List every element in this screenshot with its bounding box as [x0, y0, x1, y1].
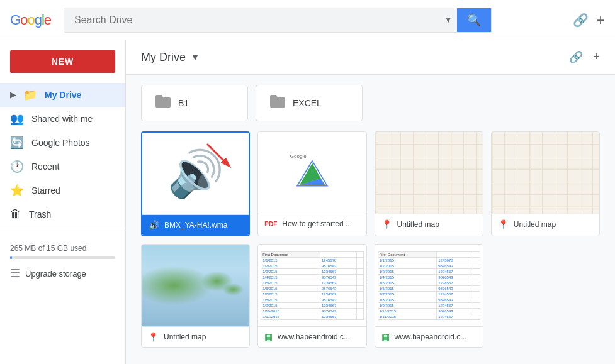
folder-b1-icon — [154, 93, 172, 113]
storage-text: 265 MB of 15 GB used — [10, 244, 115, 253]
storage-bar-fill — [10, 256, 12, 259]
pdf-type-icon: PDF — [264, 221, 277, 228]
map3-type-icon: 📍 — [148, 332, 159, 342]
list-view-icon[interactable]: 🔗 — [569, 50, 583, 64]
map1-preview — [375, 132, 483, 214]
sheet1-table: First Document 1/1/20151245678 1/2/20159… — [261, 251, 363, 320]
map2-label: 📍 Untitled map — [492, 214, 599, 234]
audio-filename: BMX_YA-HA!.wma — [164, 221, 227, 229]
sidebar-item-label: Trash — [29, 209, 51, 219]
map3-filename: Untitled map — [164, 333, 206, 341]
sidebar-item-starred[interactable]: ⭐ Starred — [0, 179, 125, 202]
search-input[interactable] — [64, 9, 439, 31]
search-dropdown-arrow[interactable]: ▼ — [439, 11, 457, 30]
folder-excel-icon — [269, 93, 286, 113]
map2-preview — [492, 132, 599, 214]
file-card-audio[interactable]: 🔊 🔊 BMX_YA-HA!. — [141, 131, 250, 236]
add-icon[interactable]: + — [596, 11, 605, 29]
sheet2-label: ▦ www.hapeandroid.c... — [375, 326, 483, 347]
drive-logo-svg: Google — [287, 148, 337, 198]
sidebar-divider — [0, 231, 125, 231]
files-grid: 🔊 🔊 BMX_YA-HA!. — [141, 131, 600, 348]
layout: NEW ▶ 📁 My Drive 👥 Shared with me 🔄 Goog… — [0, 40, 615, 364]
main-title: My Drive ▼ — [141, 51, 200, 64]
folder-b1[interactable]: B1 — [141, 85, 248, 121]
main-header-actions: 🔗 + — [569, 50, 600, 64]
google-logo: Google — [10, 12, 51, 28]
audio-type-icon: 🔊 — [149, 220, 159, 230]
file-card-map3[interactable]: 📍 Untitled map — [141, 244, 250, 348]
file-card-map1[interactable]: 📍 Untitled map — [375, 131, 483, 236]
link-icon[interactable]: 🔗 — [573, 13, 589, 28]
search-bar: ▼ 🔍 — [64, 8, 492, 33]
sheet1-label: ▦ www.hapeandroid.c... — [258, 326, 366, 347]
map1-label: 📍 Untitled map — [375, 214, 483, 234]
map2-type-icon: 📍 — [498, 219, 509, 229]
photos-icon: 🔄 — [10, 136, 24, 150]
map3-label: 📍 Untitled map — [142, 326, 249, 347]
sheet2-preview: First Document 1/1/20151245678 1/2/20159… — [375, 245, 483, 326]
search-button[interactable]: 🔍 — [457, 8, 491, 32]
main-header: My Drive ▼ 🔗 + — [126, 40, 615, 75]
main-content: My Drive ▼ 🔗 + B1 EXCEL — [126, 40, 615, 364]
sheet1-preview: First Document 1/1/20151245678 1/2/20159… — [258, 245, 366, 326]
folders-row: B1 EXCEL — [141, 85, 600, 121]
sheet1-filename: www.hapeandroid.c... — [278, 333, 350, 341]
sidebar-item-photos[interactable]: 🔄 Google Photos — [0, 131, 125, 155]
sidebar-item-label: My Drive — [45, 90, 81, 100]
settings-icon[interactable]: + — [593, 50, 600, 64]
file-card-sheet2[interactable]: First Document 1/1/20151245678 1/2/20159… — [375, 244, 483, 348]
upgrade-icon: ☰ — [10, 267, 20, 280]
upgrade-label: Upgrade storage — [25, 269, 86, 279]
header: Google ▼ 🔍 🔗 + — [0, 0, 615, 40]
upgrade-storage-button[interactable]: ☰ Upgrade storage — [10, 264, 115, 283]
file-card-sheet1[interactable]: First Document 1/1/20151245678 1/2/20159… — [257, 244, 366, 348]
pdf-preview: Google — [258, 132, 366, 214]
map2-filename: Untitled map — [514, 220, 556, 229]
folder-icon: 📁 — [23, 88, 37, 102]
sheet1-type-icon: ▦ — [264, 332, 273, 342]
folder-excel[interactable]: EXCEL — [256, 85, 363, 121]
page-title: My Drive — [141, 51, 186, 64]
file-card-map2[interactable]: 📍 Untitled map — [491, 131, 600, 236]
expand-arrow-icon: ▶ — [10, 91, 16, 99]
new-button[interactable]: NEW — [10, 50, 115, 73]
map3-preview — [142, 245, 249, 326]
sidebar-item-my-drive[interactable]: ▶ 📁 My Drive — [0, 83, 125, 107]
sidebar-item-label: Google Photos — [31, 138, 90, 148]
shared-icon: 👥 — [10, 112, 24, 126]
star-icon: ⭐ — [10, 184, 24, 197]
audio-preview: 🔊 — [142, 133, 249, 214]
folder-b1-label: B1 — [178, 98, 189, 108]
sidebar-item-recent[interactable]: 🕐 Recent — [0, 155, 125, 179]
audio-label: 🔊 BMX_YA-HA!.wma — [142, 214, 249, 235]
sidebar-item-label: Shared with me — [31, 114, 93, 124]
storage-section: 265 MB of 15 GB used ☰ Upgrade storage — [0, 236, 125, 290]
svg-text:Google: Google — [290, 153, 307, 159]
sheet2-type-icon: ▦ — [381, 332, 390, 342]
recent-icon: 🕐 — [10, 160, 24, 174]
storage-bar-background — [10, 256, 115, 259]
sidebar-item-shared[interactable]: 👥 Shared with me — [0, 107, 125, 131]
map1-filename: Untitled map — [397, 220, 439, 229]
svg-line-1 — [207, 144, 227, 164]
folder-excel-label: EXCEL — [293, 98, 322, 108]
sidebar-item-label: Recent — [31, 162, 59, 172]
sheet2-table: First Document 1/1/20151245678 1/2/20159… — [378, 251, 480, 320]
title-dropdown-icon[interactable]: ▼ — [191, 52, 200, 62]
pdf-label: PDF How to get started ... — [258, 214, 366, 233]
sheet2-filename: www.hapeandroid.c... — [395, 333, 467, 341]
red-arrow-indicator — [201, 138, 239, 175]
pdf-filename: How to get started ... — [282, 219, 352, 228]
content-area: B1 EXCEL 🔊 — [126, 75, 615, 358]
sidebar: NEW ▶ 📁 My Drive 👥 Shared with me 🔄 Goog… — [0, 40, 126, 364]
sidebar-item-trash[interactable]: 🗑 Trash — [0, 202, 125, 226]
sidebar-item-label: Starred — [31, 185, 60, 196]
trash-icon: 🗑 — [10, 207, 21, 221]
map1-type-icon: 📍 — [381, 219, 392, 229]
file-card-pdf[interactable]: Google PDF How to get started — [257, 131, 366, 236]
header-actions: 🔗 + — [573, 11, 605, 29]
